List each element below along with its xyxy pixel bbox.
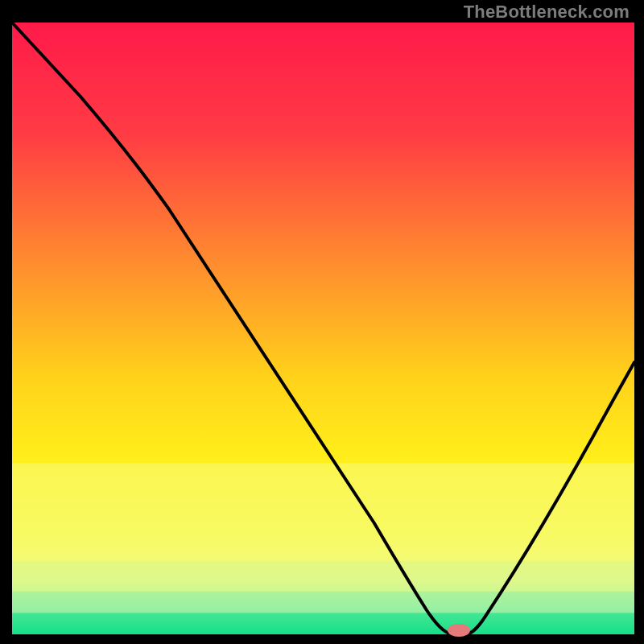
plot-background — [12, 23, 634, 634]
bottleneck-chart — [0, 0, 644, 644]
svg-rect-2 — [12, 463, 634, 561]
optimal-point-marker — [448, 624, 470, 637]
svg-rect-5 — [12, 613, 634, 634]
svg-rect-3 — [12, 561, 634, 592]
svg-rect-4 — [12, 592, 634, 613]
chart-frame: TheBottleneck.com — [0, 0, 644, 644]
watermark-text: TheBottleneck.com — [464, 2, 630, 23]
